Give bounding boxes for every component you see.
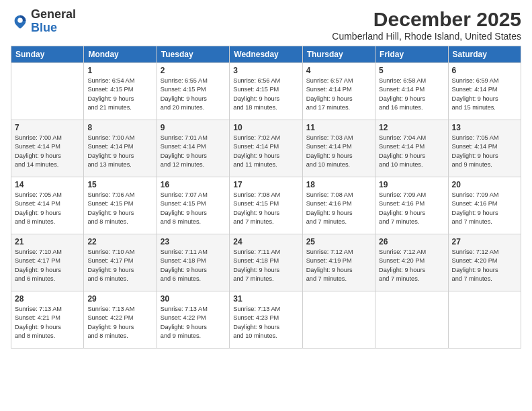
day-info: Sunrise: 7:00 AM Sunset: 4:14 PM Dayligh… [87, 134, 152, 169]
day-info: Sunrise: 6:56 AM Sunset: 4:15 PM Dayligh… [233, 77, 298, 112]
calendar-week-row: 7Sunrise: 7:00 AM Sunset: 4:14 PM Daylig… [11, 120, 521, 177]
day-info: Sunrise: 7:02 AM Sunset: 4:14 PM Dayligh… [233, 134, 298, 169]
calendar-cell: 20Sunrise: 7:09 AM Sunset: 4:16 PM Dayli… [448, 177, 521, 234]
day-info: Sunrise: 7:11 AM Sunset: 4:18 PM Dayligh… [161, 248, 226, 283]
day-info: Sunrise: 7:10 AM Sunset: 4:17 PM Dayligh… [87, 248, 152, 283]
day-info: Sunrise: 7:03 AM Sunset: 4:14 PM Dayligh… [306, 134, 371, 169]
svg-point-0 [17, 17, 22, 22]
day-number: 4 [306, 66, 371, 75]
calendar-cell: 6Sunrise: 6:59 AM Sunset: 4:14 PM Daylig… [448, 63, 521, 120]
logo: General Blue [11, 8, 76, 35]
calendar-cell: 25Sunrise: 7:12 AM Sunset: 4:19 PM Dayli… [302, 234, 375, 291]
calendar-cell: 10Sunrise: 7:02 AM Sunset: 4:14 PM Dayli… [230, 120, 302, 177]
calendar-cell [448, 291, 521, 349]
day-info: Sunrise: 7:07 AM Sunset: 4:15 PM Dayligh… [161, 191, 226, 226]
calendar-cell: 27Sunrise: 7:12 AM Sunset: 4:20 PM Dayli… [448, 234, 521, 291]
weekday-header-cell: Monday [84, 46, 157, 63]
day-info: Sunrise: 6:59 AM Sunset: 4:14 PM Dayligh… [452, 77, 517, 112]
calendar-cell: 19Sunrise: 7:09 AM Sunset: 4:16 PM Dayli… [375, 177, 448, 234]
day-number: 24 [233, 237, 298, 246]
day-number: 18 [306, 180, 371, 189]
day-info: Sunrise: 7:08 AM Sunset: 4:15 PM Dayligh… [233, 191, 298, 226]
day-info: Sunrise: 7:12 AM Sunset: 4:19 PM Dayligh… [306, 248, 371, 283]
calendar-cell: 2Sunrise: 6:55 AM Sunset: 4:15 PM Daylig… [157, 63, 229, 120]
day-number: 17 [233, 180, 298, 189]
day-number: 12 [379, 123, 444, 132]
calendar-week-row: 21Sunrise: 7:10 AM Sunset: 4:17 PM Dayli… [11, 234, 521, 291]
day-number: 22 [87, 237, 152, 246]
day-info: Sunrise: 7:08 AM Sunset: 4:16 PM Dayligh… [306, 191, 371, 226]
calendar-cell: 23Sunrise: 7:11 AM Sunset: 4:18 PM Dayli… [157, 234, 229, 291]
calendar-cell: 28Sunrise: 7:13 AM Sunset: 4:21 PM Dayli… [11, 291, 84, 349]
day-info: Sunrise: 7:12 AM Sunset: 4:20 PM Dayligh… [379, 248, 444, 283]
calendar-cell: 5Sunrise: 6:58 AM Sunset: 4:14 PM Daylig… [375, 63, 448, 120]
day-number: 2 [161, 66, 226, 75]
title-block: December 2025 Cumberland Hill, Rhode Isl… [332, 8, 521, 42]
day-number: 16 [161, 180, 226, 189]
weekday-header-cell: Wednesday [230, 46, 302, 63]
day-info: Sunrise: 7:06 AM Sunset: 4:15 PM Dayligh… [87, 191, 152, 226]
calendar-week-row: 1Sunrise: 6:54 AM Sunset: 4:15 PM Daylig… [11, 63, 521, 120]
day-info: Sunrise: 7:09 AM Sunset: 4:16 PM Dayligh… [452, 191, 517, 226]
day-number: 1 [87, 66, 152, 75]
calendar-cell [11, 63, 84, 120]
day-info: Sunrise: 7:04 AM Sunset: 4:14 PM Dayligh… [379, 134, 444, 169]
calendar-cell: 13Sunrise: 7:05 AM Sunset: 4:14 PM Dayli… [448, 120, 521, 177]
location-title: Cumberland Hill, Rhode Island, United St… [332, 31, 521, 42]
month-title: December 2025 [332, 8, 521, 31]
day-number: 25 [306, 237, 371, 246]
day-number: 28 [15, 294, 80, 304]
weekday-header-row: SundayMondayTuesdayWednesdayThursdayFrid… [11, 46, 521, 63]
weekday-header-cell: Thursday [302, 46, 375, 63]
day-info: Sunrise: 6:55 AM Sunset: 4:15 PM Dayligh… [161, 77, 226, 112]
calendar-cell: 4Sunrise: 6:57 AM Sunset: 4:14 PM Daylig… [302, 63, 375, 120]
day-info: Sunrise: 7:13 AM Sunset: 4:21 PM Dayligh… [15, 305, 80, 340]
calendar-cell: 1Sunrise: 6:54 AM Sunset: 4:15 PM Daylig… [84, 63, 157, 120]
weekday-header-cell: Tuesday [157, 46, 229, 63]
day-number: 14 [15, 180, 80, 189]
day-number: 20 [452, 180, 517, 189]
day-number: 26 [379, 237, 444, 246]
day-info: Sunrise: 7:00 AM Sunset: 4:14 PM Dayligh… [15, 134, 80, 169]
calendar-week-row: 28Sunrise: 7:13 AM Sunset: 4:21 PM Dayli… [11, 291, 521, 349]
weekday-header-cell: Friday [375, 46, 448, 63]
logo-text: General Blue [31, 8, 76, 35]
day-number: 30 [161, 294, 226, 304]
day-info: Sunrise: 7:05 AM Sunset: 4:14 PM Dayligh… [452, 134, 517, 169]
calendar-body: 1Sunrise: 6:54 AM Sunset: 4:15 PM Daylig… [11, 63, 521, 349]
day-number: 8 [87, 123, 152, 132]
calendar-cell: 29Sunrise: 7:13 AM Sunset: 4:22 PM Dayli… [84, 291, 157, 349]
calendar-cell: 8Sunrise: 7:00 AM Sunset: 4:14 PM Daylig… [84, 120, 157, 177]
day-number: 21 [15, 237, 80, 246]
weekday-header-cell: Saturday [448, 46, 521, 63]
calendar-cell [375, 291, 448, 349]
day-info: Sunrise: 6:54 AM Sunset: 4:15 PM Dayligh… [87, 77, 152, 112]
day-info: Sunrise: 7:05 AM Sunset: 4:14 PM Dayligh… [15, 191, 80, 226]
calendar-cell: 11Sunrise: 7:03 AM Sunset: 4:14 PM Dayli… [302, 120, 375, 177]
calendar-cell: 7Sunrise: 7:00 AM Sunset: 4:14 PM Daylig… [11, 120, 84, 177]
day-number: 6 [452, 66, 517, 75]
weekday-header-cell: Sunday [11, 46, 84, 63]
day-number: 19 [379, 180, 444, 189]
day-info: Sunrise: 7:13 AM Sunset: 4:23 PM Dayligh… [233, 305, 298, 340]
calendar-page: General Blue December 2025 Cumberland Hi… [0, 0, 532, 411]
calendar-cell: 30Sunrise: 7:13 AM Sunset: 4:22 PM Dayli… [157, 291, 229, 349]
day-info: Sunrise: 6:58 AM Sunset: 4:14 PM Dayligh… [379, 77, 444, 112]
calendar-week-row: 14Sunrise: 7:05 AM Sunset: 4:14 PM Dayli… [11, 177, 521, 234]
calendar-cell: 9Sunrise: 7:01 AM Sunset: 4:14 PM Daylig… [157, 120, 229, 177]
calendar-cell: 22Sunrise: 7:10 AM Sunset: 4:17 PM Dayli… [84, 234, 157, 291]
day-info: Sunrise: 7:09 AM Sunset: 4:16 PM Dayligh… [379, 191, 444, 226]
day-number: 23 [161, 237, 226, 246]
day-number: 11 [306, 123, 371, 132]
day-number: 13 [452, 123, 517, 132]
day-number: 7 [15, 123, 80, 132]
calendar-cell: 24Sunrise: 7:11 AM Sunset: 4:18 PM Dayli… [230, 234, 302, 291]
day-number: 31 [233, 294, 298, 304]
day-number: 5 [379, 66, 444, 75]
calendar-cell: 31Sunrise: 7:13 AM Sunset: 4:23 PM Dayli… [230, 291, 302, 349]
day-info: Sunrise: 7:13 AM Sunset: 4:22 PM Dayligh… [87, 305, 152, 340]
day-number: 10 [233, 123, 298, 132]
day-number: 9 [161, 123, 226, 132]
day-info: Sunrise: 7:01 AM Sunset: 4:14 PM Dayligh… [161, 134, 226, 169]
calendar-cell: 3Sunrise: 6:56 AM Sunset: 4:15 PM Daylig… [230, 63, 302, 120]
